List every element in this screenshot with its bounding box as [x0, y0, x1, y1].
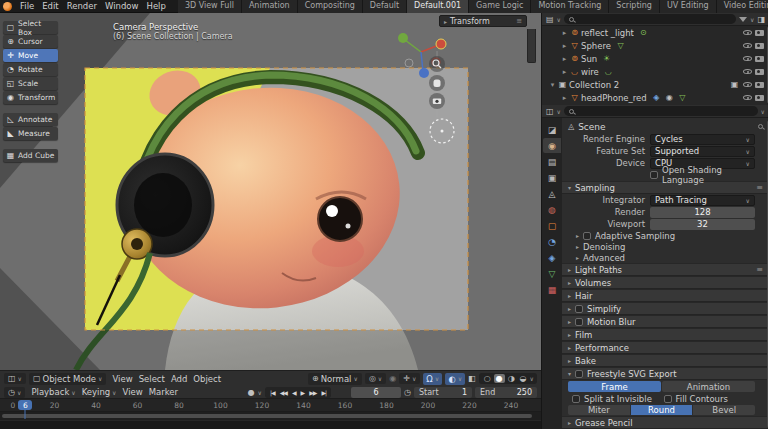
- viewport-scene[interactable]: [0, 13, 541, 370]
- current-frame-field[interactable]: 6: [351, 387, 401, 398]
- properties-tab-world[interactable]: ◍: [543, 202, 561, 217]
- xray-toggle[interactable]: ◧: [468, 374, 476, 383]
- integrator-dropdown[interactable]: Path Tracing∨: [650, 195, 755, 206]
- preset-menu-icon[interactable]: ≡: [756, 265, 763, 274]
- viewport-3d[interactable]: Camera Perspective (6) Scene Collection …: [0, 13, 541, 386]
- hide-toggle-eye-icon[interactable]: [743, 30, 752, 35]
- snap-toggle[interactable]: Ω ∨: [423, 373, 442, 385]
- tool-select-box[interactable]: ▢Select Box: [3, 21, 58, 34]
- panel-grease-pencil[interactable]: ▸Grease Pencil: [562, 416, 768, 429]
- subpanel-adaptive-sampling[interactable]: ▸Adaptive Sampling: [562, 230, 768, 241]
- tool-annotate[interactable]: ◺Annotate: [3, 113, 58, 126]
- play-button[interactable]: ▶: [299, 389, 307, 396]
- workspace-tab-game-logic[interactable]: Game Logic: [469, 0, 531, 13]
- properties-tab-output[interactable]: ▤: [543, 154, 561, 169]
- blender-logo-icon[interactable]: [3, 2, 12, 11]
- panel-light-paths[interactable]: ▸Light Paths≡: [562, 263, 768, 276]
- menu-select[interactable]: Select: [136, 374, 168, 384]
- properties-tab-render[interactable]: ◉: [543, 138, 561, 153]
- hide-toggle-eye-icon[interactable]: [743, 82, 752, 87]
- render-slider[interactable]: 128: [650, 207, 755, 218]
- play-reverse-button[interactable]: ◀: [290, 389, 298, 396]
- render-restrict-icon[interactable]: ▣: [729, 80, 740, 89]
- scrollbar-thumb[interactable]: [2, 414, 532, 418]
- hide-toggle-eye-icon[interactable]: [743, 56, 752, 61]
- expand-arrow-icon[interactable]: ▸: [560, 94, 569, 102]
- frame-end-field[interactable]: End 250: [475, 387, 537, 398]
- gizmo-dropdown[interactable]: ✛ ∨: [399, 373, 420, 384]
- miter-button[interactable]: Miter: [568, 405, 630, 415]
- checkbox-icon[interactable]: [583, 232, 591, 240]
- menu-edit[interactable]: Edit: [38, 1, 62, 11]
- menu-add[interactable]: Add: [168, 374, 190, 384]
- next-keyframe-button[interactable]: ▶▶: [307, 389, 318, 396]
- sidebar-tab[interactable]: [527, 29, 536, 63]
- menu-view[interactable]: View: [120, 387, 146, 397]
- properties-tab-texture[interactable]: ▦: [543, 282, 561, 297]
- outliner-row-wire[interactable]: ▸◡wire◡: [542, 65, 766, 78]
- hide-toggle-eye-icon[interactable]: [743, 69, 752, 74]
- render-engine-dropdown[interactable]: Cycles∨: [650, 134, 755, 145]
- panel-motion-blur[interactable]: ▸Motion Blur: [562, 315, 768, 328]
- panel-bake[interactable]: ▸Bake: [562, 354, 768, 367]
- jump-start-button[interactable]: |◀: [268, 389, 277, 396]
- pivot-dropdown[interactable]: ◎ ∨: [365, 373, 386, 384]
- outliner-row-collection-2[interactable]: ▾▣Collection 2▣: [542, 78, 766, 91]
- outliner-row-sun[interactable]: ▸⊚Sun☀: [542, 52, 766, 65]
- tool-cursor[interactable]: ⊕Cursor: [3, 35, 58, 48]
- outliner-search[interactable]: [564, 14, 736, 24]
- display-mode-icon[interactable]: ▤: [546, 15, 554, 24]
- proportional-edit-icon[interactable]: ◉: [389, 374, 396, 383]
- checkbox-icon[interactable]: [575, 370, 583, 378]
- properties-tab-physics[interactable]: ◔: [543, 234, 561, 249]
- menu-playback[interactable]: Playback ∨: [28, 387, 78, 397]
- timeline-ruler[interactable]: 0204060801001201401601802002202406: [0, 399, 541, 412]
- render-toggle-camera-icon[interactable]: [755, 56, 764, 62]
- menu-help[interactable]: Help: [142, 1, 169, 11]
- object-mode-dropdown[interactable]: ▢ Object Mode ∨: [29, 373, 107, 385]
- viewport-nav-buttons[interactable]: [429, 56, 445, 109]
- workspace-tab-default-001[interactable]: Default.001: [407, 0, 469, 13]
- prev-keyframe-button[interactable]: ◀◀: [278, 389, 289, 396]
- transform-panel-header[interactable]: ▸ Transform ≡: [439, 15, 527, 27]
- checkbox-icon[interactable]: [575, 305, 583, 313]
- tool-transform[interactable]: ◉Transform: [3, 91, 58, 104]
- panel-freestyle-svg-export[interactable]: ▾Freestyle SVG Export: [562, 367, 768, 380]
- workspace-tab-uv-editing[interactable]: UV Editing: [660, 0, 717, 13]
- timeline-scrollbar[interactable]: [0, 412, 541, 420]
- filter-icon[interactable]: [739, 17, 747, 22]
- properties-search[interactable]: [564, 106, 758, 116]
- outliner-row-headphone-red[interactable]: ▸▽headPhone_red◈◉▽: [542, 91, 766, 104]
- render-toggle-camera-icon[interactable]: [755, 43, 764, 49]
- frame-start-field[interactable]: Start 1: [414, 387, 472, 398]
- current-frame-indicator[interactable]: 6: [18, 400, 32, 410]
- tool-measure[interactable]: ◣Measure: [3, 127, 58, 140]
- outliner-row-sphere[interactable]: ▸▽Sphere▽: [542, 39, 766, 52]
- panel-performance[interactable]: ▸Performance: [562, 341, 768, 354]
- menu-render[interactable]: Render: [63, 1, 101, 11]
- properties-tab-view-layer[interactable]: ▣: [543, 170, 561, 185]
- auto-keying-toggle[interactable]: ●: [248, 388, 255, 397]
- expand-arrow-icon[interactable]: ▸: [560, 68, 569, 76]
- search-icon[interactable]: [758, 124, 763, 129]
- orientation-dropdown[interactable]: ⊕ Normal ∨: [308, 373, 362, 385]
- workspace-tab-scripting[interactable]: Scripting: [609, 0, 660, 13]
- split-at-invisible-checkbox[interactable]: Split at Invisible: [572, 393, 664, 404]
- checkbox-icon[interactable]: [575, 318, 583, 326]
- feature-set-dropdown[interactable]: Supported∨: [650, 146, 755, 157]
- frame-button[interactable]: Frame: [568, 381, 661, 392]
- render-toggle-camera-icon[interactable]: [755, 30, 764, 36]
- render-toggle-camera-icon[interactable]: [755, 82, 764, 88]
- hide-toggle-eye-icon[interactable]: [743, 43, 752, 48]
- tool-move[interactable]: ✛Move: [3, 49, 58, 62]
- workspace-tab-3d-view-full[interactable]: 3D View Full: [178, 0, 242, 13]
- menu-window[interactable]: Window: [101, 1, 143, 11]
- tool-scale[interactable]: ◱Scale: [3, 77, 58, 90]
- menu-view[interactable]: View: [109, 374, 135, 384]
- menu-marker[interactable]: Marker: [146, 387, 181, 397]
- render-toggle-camera-icon[interactable]: [755, 69, 764, 75]
- animation-button[interactable]: Animation: [662, 381, 755, 392]
- editor-type-button[interactable]: ◫ ∨: [4, 373, 26, 384]
- properties-tab-tool[interactable]: ◪: [543, 122, 561, 137]
- menu-keying[interactable]: Keying ∨: [79, 387, 120, 397]
